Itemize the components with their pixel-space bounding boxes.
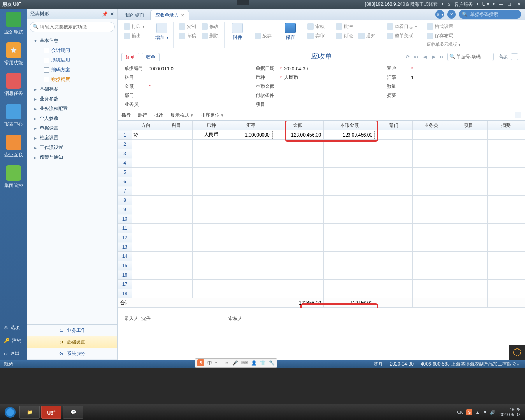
- col-header[interactable]: 本币金额: [323, 121, 375, 130]
- red-doc-tab[interactable]: 红单: [121, 53, 139, 61]
- start-button[interactable]: [2, 405, 19, 419]
- table-row[interactable]: 1贷人民币1.00000000123.00,456.00123.00,456.0…: [118, 130, 525, 140]
- save-button[interactable]: 保存: [281, 22, 299, 41]
- blue-doc-tab[interactable]: 蓝单: [142, 53, 160, 61]
- tree-folder[interactable]: ▸单据设置: [27, 123, 117, 133]
- col-header[interactable]: 摘要: [487, 121, 525, 130]
- col-header[interactable]: 汇率: [230, 121, 272, 130]
- taskbar-clock[interactable]: 16:28 2020-05-07: [499, 407, 520, 417]
- tree-leaf[interactable]: 编码方案: [27, 65, 117, 75]
- taskbar-wechat[interactable]: 💬: [63, 406, 83, 419]
- ime-skin-icon[interactable]: 👕: [260, 360, 266, 366]
- delete-row-button[interactable]: 删行: [138, 112, 147, 119]
- first-button[interactable]: ⏮: [413, 53, 420, 60]
- table-row[interactable]: 16: [118, 270, 525, 280]
- tray-action-icon[interactable]: ⚑: [483, 410, 487, 415]
- ime-keyboard-icon[interactable]: ⌨: [241, 360, 248, 366]
- format-button[interactable]: 格式设置: [425, 22, 460, 31]
- log-button[interactable]: 查看日志 ▾: [385, 22, 419, 31]
- close-link-button[interactable]: 整单关联: [385, 31, 416, 40]
- col-header-rownum[interactable]: [118, 121, 132, 130]
- minimize-button[interactable]: —: [499, 2, 504, 7]
- col-header[interactable]: 科目: [160, 121, 193, 130]
- help-button[interactable]: ?: [447, 10, 456, 19]
- attach-button[interactable]: 附件: [228, 22, 246, 41]
- rail-logout[interactable]: 🔑注销: [0, 334, 27, 347]
- table-row[interactable]: 8: [118, 196, 525, 205]
- close-button[interactable]: ✕: [517, 2, 523, 7]
- col-header[interactable]: 方向: [132, 121, 160, 130]
- template-select[interactable]: 应收单显示模版 ▾: [425, 40, 468, 48]
- refresh-button[interactable]: ⟳: [404, 53, 411, 60]
- table-row[interactable]: 10: [118, 214, 525, 224]
- tree-root[interactable]: ▾基本信息: [27, 36, 117, 46]
- advanced-link[interactable]: 高级: [499, 54, 508, 60]
- ime-tool-icon[interactable]: 🔧: [269, 360, 275, 366]
- date-value[interactable]: 2020-04-30: [284, 66, 323, 72]
- tray-ck[interactable]: CK: [457, 410, 463, 415]
- doc-no-value[interactable]: 0000001102: [149, 66, 188, 72]
- rail-item-group[interactable]: 集团管控: [2, 165, 25, 189]
- tray-up-icon[interactable]: ▲: [476, 410, 480, 415]
- service-link[interactable]: 客户服务: [454, 1, 473, 8]
- table-row[interactable]: 13: [118, 242, 525, 252]
- tab-document-active[interactable]: 应收单录入✕: [150, 10, 189, 20]
- draft-button[interactable]: 草稿: [177, 31, 199, 40]
- rail-item-nav[interactable]: 业务导航: [2, 12, 25, 35]
- discuss-button[interactable]: 讨论: [334, 31, 356, 40]
- tree-leaf-active[interactable]: 数据精度: [27, 75, 117, 84]
- ime-smile-icon[interactable]: ☺: [225, 360, 229, 366]
- tree-folder[interactable]: ▸基础档案: [27, 84, 117, 94]
- bottom-tab-system[interactable]: 🛠系统服务: [27, 348, 117, 360]
- delete-button[interactable]: 删除: [200, 31, 222, 40]
- prev-button[interactable]: ◀: [421, 53, 428, 60]
- rail-item-fav[interactable]: ★常用功能: [2, 42, 25, 66]
- tree-folder[interactable]: ▸预警与通知: [27, 152, 117, 162]
- batch-edit-button[interactable]: 批改: [154, 112, 163, 119]
- sort-button[interactable]: 排序定位▼: [201, 112, 224, 119]
- tree-folder[interactable]: ▸工作流设置: [27, 143, 117, 152]
- table-row[interactable]: 7: [118, 186, 525, 196]
- col-header[interactable]: 部门: [375, 121, 413, 130]
- table-row[interactable]: 3: [118, 149, 525, 158]
- approve-button[interactable]: 批注: [334, 22, 356, 31]
- rail-item-report[interactable]: 报表中心: [2, 104, 25, 128]
- col-header[interactable]: 金额: [272, 121, 323, 130]
- col-header[interactable]: 业务员: [413, 121, 450, 130]
- rail-exit[interactable]: ↦退出: [0, 347, 27, 360]
- table-row[interactable]: 15: [118, 261, 525, 270]
- deaudit-button[interactable]: 弃审: [306, 31, 328, 40]
- tree-folder[interactable]: ▸业务参数: [27, 94, 117, 104]
- col-header[interactable]: 项目: [450, 121, 487, 130]
- table-row[interactable]: 18: [118, 289, 525, 298]
- tray-sound-icon[interactable]: 🔊: [490, 410, 495, 415]
- audit-button[interactable]: 审核: [306, 22, 328, 31]
- expand-button[interactable]: [511, 53, 518, 60]
- ime-bar[interactable]: S 中 •， ☺ 🎤 ⌨ 👤 👕 🔧: [195, 358, 277, 368]
- table-row[interactable]: 5: [118, 168, 525, 177]
- currency-value[interactable]: 人民币: [284, 74, 323, 81]
- grid-toggle-button[interactable]: [515, 112, 521, 118]
- close-icon[interactable]: ✕: [110, 11, 114, 17]
- taskbar-explorer[interactable]: 📁: [19, 406, 40, 419]
- ime-mode[interactable]: 中: [207, 360, 212, 366]
- ime-user-icon[interactable]: 👤: [251, 360, 257, 366]
- export-button[interactable]: 输出: [122, 31, 144, 40]
- ime-mic-icon[interactable]: 🎤: [232, 360, 238, 366]
- tree-folder[interactable]: ▸档案设置: [27, 133, 117, 143]
- notify-button[interactable]: 通知: [357, 31, 379, 40]
- taskbar-u8[interactable]: U8+: [41, 406, 61, 419]
- edit-button[interactable]: 修改: [200, 22, 222, 31]
- display-format-button[interactable]: 显示格式▼: [170, 112, 194, 119]
- table-row[interactable]: 4: [118, 158, 525, 168]
- tree-folder[interactable]: ▸个人参数: [27, 114, 117, 123]
- bottom-tab-work[interactable]: 🗂业务工作: [27, 325, 117, 336]
- rail-item-msg[interactable]: 消息任务: [2, 73, 25, 97]
- tray-ime-icon[interactable]: S: [466, 409, 472, 415]
- table-row[interactable]: 12: [118, 233, 525, 242]
- side-gear-widget[interactable]: [509, 345, 525, 360]
- layout-button[interactable]: 保存布局: [425, 31, 460, 40]
- next-button[interactable]: ▶: [430, 53, 437, 60]
- home-icon[interactable]: ⌂: [447, 2, 450, 7]
- table-row[interactable]: 17: [118, 280, 525, 289]
